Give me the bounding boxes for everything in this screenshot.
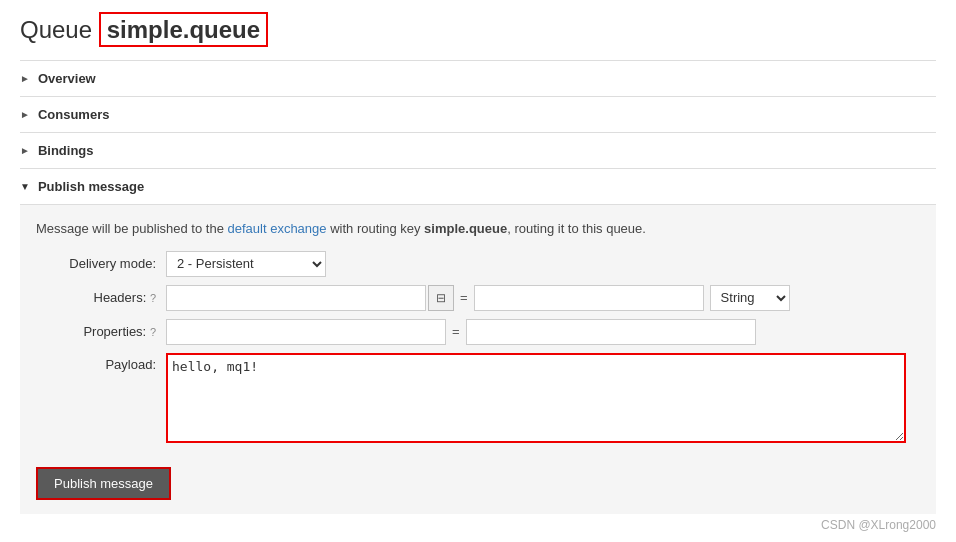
headers-label: Headers: ? xyxy=(36,290,166,305)
bindings-header[interactable]: ► Bindings xyxy=(20,133,936,168)
properties-help[interactable]: ? xyxy=(150,326,156,338)
properties-row: Properties: ? = xyxy=(36,319,920,345)
queue-name: simple.queue xyxy=(99,12,268,47)
consumers-header[interactable]: ► Consumers xyxy=(20,97,936,132)
payload-textarea[interactable]: hello, mq1! xyxy=(166,353,906,443)
headers-type-select[interactable]: String Integer Boolean xyxy=(710,285,790,311)
publish-arrow: ▼ xyxy=(20,181,30,192)
headers-row: Headers: ? ⊟ = String Integer Boolean xyxy=(36,285,920,311)
publish-label: Publish message xyxy=(38,179,144,194)
page-title: Queue simple.queue xyxy=(20,16,936,44)
payload-row: Payload: hello, mq1! xyxy=(36,353,920,443)
overview-label: Overview xyxy=(38,71,96,86)
headers-key-input[interactable] xyxy=(166,285,426,311)
properties-key-input[interactable] xyxy=(166,319,446,345)
publish-section: ▼ Publish message Message will be publis… xyxy=(20,168,936,514)
routing-key: simple.queue xyxy=(424,221,507,236)
watermark: CSDN @XLrong2000 xyxy=(821,518,936,530)
overview-section: ► Overview xyxy=(20,60,936,96)
overview-arrow: ► xyxy=(20,73,30,84)
bindings-arrow: ► xyxy=(20,145,30,156)
consumers-section: ► Consumers xyxy=(20,96,936,132)
bindings-section: ► Bindings xyxy=(20,132,936,168)
consumers-label: Consumers xyxy=(38,107,110,122)
props-equals: = xyxy=(452,324,460,339)
publish-header[interactable]: ▼ Publish message xyxy=(20,169,936,204)
publish-info: Message will be published to the default… xyxy=(36,219,920,239)
headers-equals: = xyxy=(460,290,468,305)
publish-message-button[interactable]: Publish message xyxy=(36,467,171,500)
publish-content: Message will be published to the default… xyxy=(20,204,936,514)
consumers-arrow: ► xyxy=(20,109,30,120)
headers-help[interactable]: ? xyxy=(150,292,156,304)
delivery-mode-row: Delivery mode: 1 - Non-persistent 2 - Pe… xyxy=(36,251,920,277)
headers-val-input[interactable] xyxy=(474,285,704,311)
delivery-mode-select[interactable]: 1 - Non-persistent 2 - Persistent xyxy=(166,251,326,277)
properties-label: Properties: ? xyxy=(36,324,166,339)
bindings-label: Bindings xyxy=(38,143,94,158)
payload-label: Payload: xyxy=(36,353,166,372)
exchange-link[interactable]: default exchange xyxy=(228,221,327,236)
overview-header[interactable]: ► Overview xyxy=(20,61,936,96)
headers-icon-button[interactable]: ⊟ xyxy=(428,285,454,311)
delivery-mode-label: Delivery mode: xyxy=(36,256,166,271)
properties-val-input[interactable] xyxy=(466,319,756,345)
